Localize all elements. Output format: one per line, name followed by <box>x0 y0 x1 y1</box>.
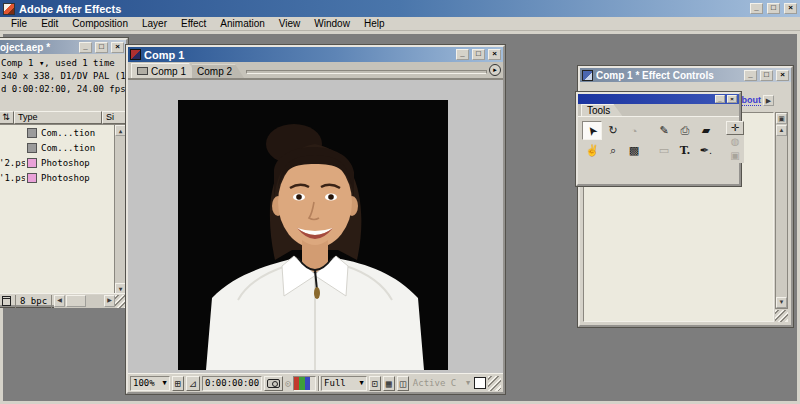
region-of-interest-button[interactable]: ⊡ <box>369 376 381 391</box>
camera-icon <box>267 379 280 388</box>
comp-titlebar[interactable]: Comp 1 _ □ × <box>128 47 503 62</box>
hand-tool[interactable]: ✌ <box>582 141 602 160</box>
timecode-field[interactable]: 0:00:00:00 <box>202 376 262 391</box>
grid-options-button[interactable]: ⊿ <box>186 376 200 391</box>
close-button[interactable]: × <box>111 42 124 53</box>
close-button[interactable]: × <box>776 70 789 81</box>
vertical-scrollbar[interactable]: ▣ ▲ ▼ <box>775 112 788 309</box>
maximize-button[interactable]: □ <box>760 70 773 81</box>
menu-effect[interactable]: Effect <box>174 18 213 29</box>
exposure-button[interactable] <box>474 377 486 389</box>
maximize-button[interactable]: □ <box>767 3 780 14</box>
menu-edit[interactable]: Edit <box>34 18 65 29</box>
menu-window[interactable]: Window <box>307 18 357 29</box>
pixel-aspect-icon: ◫ <box>400 377 406 390</box>
project-row[interactable]: Com...tion <box>0 140 126 155</box>
safe-zones-button[interactable]: ⊞ <box>172 376 184 391</box>
menu-animation[interactable]: Animation <box>213 18 271 29</box>
comp-image[interactable] <box>178 100 448 370</box>
pixel-aspect-button[interactable]: ◫ <box>397 376 409 391</box>
resize-grip[interactable] <box>488 376 501 391</box>
comp-info-line: Comp 1 ▾, used 1 time <box>1 57 126 70</box>
zoom-tool[interactable]: ⌕ <box>603 141 623 160</box>
minimize-button[interactable]: _ <box>750 3 763 14</box>
view-popup[interactable]: Active C ▼ <box>411 376 472 391</box>
scroll-down-icon[interactable]: ▼ <box>115 283 126 293</box>
close-button[interactable]: × <box>784 3 797 14</box>
divider <box>318 376 319 391</box>
minimize-button[interactable]: _ <box>715 95 725 103</box>
panel-menu-button[interactable]: ▸ <box>489 64 501 76</box>
magnification-popup[interactable]: 100% ▼ <box>130 376 170 391</box>
item-type: Photoshop <box>41 173 90 183</box>
scrollbar-thumb[interactable] <box>66 295 86 307</box>
tab-tools[interactable]: Tools <box>581 104 622 116</box>
mask-shape-tool[interactable]: ▭ <box>654 141 674 160</box>
minimize-button[interactable]: _ <box>744 70 757 81</box>
snapshot-button[interactable] <box>264 376 283 391</box>
scroll-left-icon[interactable]: ◀ <box>54 295 65 307</box>
brush-tool[interactable]: ✎ <box>654 121 674 140</box>
sort-icon[interactable]: ⇅ <box>0 111 14 124</box>
menu-file[interactable]: File <box>4 18 34 29</box>
sphere-tool[interactable]: ◍ <box>726 135 744 149</box>
project-titlebar[interactable]: oject.aep * _ □ × <box>0 40 126 54</box>
project-bottom-bar: 8 bpc ◀ ▶ <box>0 293 126 308</box>
tools-titlebar[interactable]: _ × <box>578 94 739 104</box>
pen-tool[interactable]: ✒. <box>696 141 716 160</box>
scroll-up-icon[interactable]: ▲ <box>115 125 126 136</box>
transparency-grid-button[interactable]: ▦ <box>383 376 395 391</box>
paint-tool[interactable]: ▩ <box>624 141 644 160</box>
effect-controls-titlebar[interactable]: Comp 1 * Effect Controls _ □ × <box>580 68 791 82</box>
menu-help[interactable]: Help <box>357 18 392 29</box>
project-panel: oject.aep * _ □ × Comp 1 ▾, used 1 time … <box>0 38 128 307</box>
bit-depth-indicator[interactable]: 8 bpc <box>15 295 52 308</box>
pan-behind-tool[interactable]: ✛ <box>726 121 744 135</box>
maximize-button[interactable]: □ <box>472 49 485 60</box>
close-button[interactable]: × <box>488 49 501 60</box>
axis-mode-tool[interactable]: ▣ <box>726 149 744 163</box>
active-camera-value: Active C <box>413 378 456 388</box>
vertical-scrollbar[interactable]: ▲ ▼ <box>114 125 126 293</box>
project-row[interactable]: '2.psd Photoshop <box>0 155 126 170</box>
close-button[interactable]: × <box>727 95 737 103</box>
horizontal-scrollbar[interactable]: ◀ ▶ <box>54 295 115 308</box>
column-size[interactable]: Si <box>102 111 126 124</box>
after-effects-app-icon <box>3 3 15 15</box>
menu-layer[interactable]: Layer <box>135 18 174 29</box>
type-tool[interactable]: T. <box>675 141 695 160</box>
trash-icon[interactable] <box>2 296 11 306</box>
rgb-channels-icon <box>294 377 315 390</box>
orbit-camera-tool[interactable]: ◔ <box>624 121 644 140</box>
comp-viewport[interactable] <box>128 79 503 373</box>
rotation-tool[interactable]: ↻ <box>603 121 623 140</box>
column-type[interactable]: Type <box>14 111 102 124</box>
about-arrow-icon[interactable]: ▶ <box>763 95 774 106</box>
minimize-button[interactable]: _ <box>79 42 92 53</box>
item-type: Photoshop <box>41 158 90 168</box>
project-item-info: Comp 1 ▾, used 1 time 340 x 338, D1/DV P… <box>0 54 126 111</box>
tools-tab-strip: Tools <box>578 104 739 117</box>
scroll-up-icon[interactable]: ▲ <box>776 125 787 136</box>
clone-stamp-tool[interactable]: ⎙ <box>675 121 695 140</box>
tab-comp-2[interactable]: Comp 2 <box>192 64 244 78</box>
selection-tool[interactable]: ➤ <box>582 121 602 140</box>
project-row[interactable]: '1.psd Photoshop <box>0 170 126 185</box>
show-snapshot-icon[interactable]: ⊙ <box>285 377 291 390</box>
panel-button-icon[interactable]: ▣ <box>776 113 787 124</box>
maximize-button[interactable]: □ <box>95 42 108 53</box>
scroll-down-icon[interactable]: ▼ <box>776 297 787 308</box>
resolution-popup[interactable]: Full ▼ <box>321 376 367 391</box>
eraser-tool[interactable]: ▰ <box>696 121 716 140</box>
tab-label: Comp 2 <box>197 66 232 77</box>
resize-grip[interactable] <box>775 310 788 322</box>
channel-buttons[interactable] <box>293 376 316 391</box>
menu-composition[interactable]: Composition <box>65 18 135 29</box>
menu-view[interactable]: View <box>272 18 308 29</box>
scroll-right-icon[interactable]: ▶ <box>104 295 115 307</box>
project-row[interactable]: Com...tion <box>0 125 126 140</box>
minimize-button[interactable]: _ <box>456 49 469 60</box>
tab-comp-1[interactable]: Comp 1 <box>131 63 198 78</box>
resize-grip[interactable] <box>115 295 126 308</box>
tab-strip-track <box>246 70 487 74</box>
